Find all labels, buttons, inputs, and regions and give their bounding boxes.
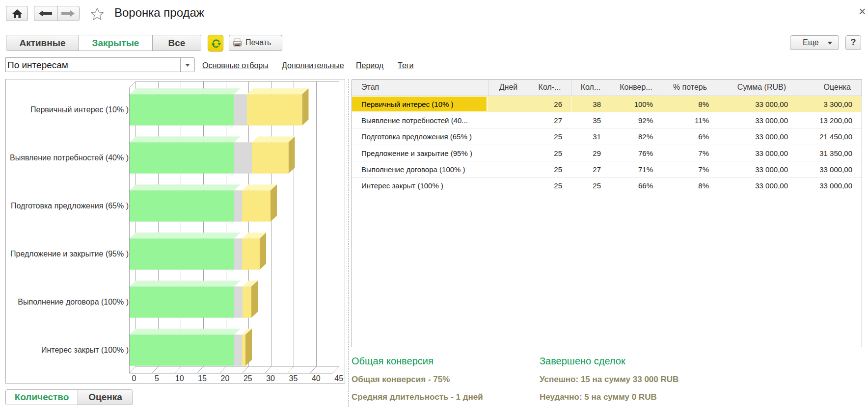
svg-text:40: 40 xyxy=(312,374,321,383)
svg-text:35: 35 xyxy=(289,374,298,383)
svg-text:Выполнение договора (100% ): Выполнение договора (100% ) xyxy=(18,298,129,306)
svg-text:30: 30 xyxy=(266,374,275,383)
svg-text:Первичный интерес (10% ): Первичный интерес (10% ) xyxy=(30,105,129,114)
svg-text:Выявление потребностей (40% ): Выявление потребностей (40% ) xyxy=(10,154,129,162)
svg-text:20: 20 xyxy=(221,374,230,383)
svg-text:Предложение и закрытие (95% ): Предложение и закрытие (95% ) xyxy=(10,250,129,258)
svg-text:Подготовка предложения (65% ): Подготовка предложения (65% ) xyxy=(11,202,129,210)
svg-text:0: 0 xyxy=(132,374,136,383)
svg-text:15: 15 xyxy=(198,374,207,383)
svg-text:25: 25 xyxy=(244,374,252,383)
svg-text:Интерес закрыт (100% ): Интерес закрыт (100% ) xyxy=(41,346,129,354)
svg-text:5: 5 xyxy=(155,374,159,383)
svg-text:10: 10 xyxy=(175,374,184,383)
svg-text:45: 45 xyxy=(334,374,343,383)
